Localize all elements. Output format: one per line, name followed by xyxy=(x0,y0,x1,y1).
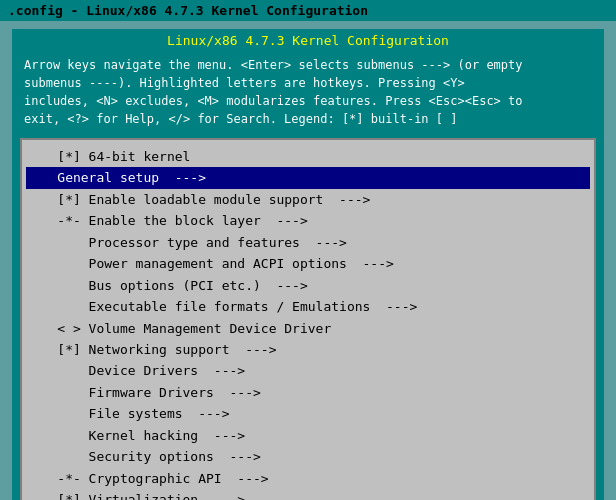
menu-item[interactable]: -*- Cryptographic API ---> xyxy=(26,468,590,489)
menu-item[interactable]: [*] Networking support ---> xyxy=(26,339,590,360)
menu-item[interactable]: -*- Enable the block layer ---> xyxy=(26,210,590,231)
info-line: Arrow keys navigate the menu. <Enter> se… xyxy=(24,56,592,74)
menu-item[interactable]: < > Volume Management Device Driver xyxy=(26,318,590,339)
menu-item[interactable]: Bus options (PCI etc.) ---> xyxy=(26,275,590,296)
title-bar: .config - Linux/x86 4.7.3 Kernel Configu… xyxy=(0,0,616,21)
menu-item[interactable]: [*] Virtualization ---> xyxy=(26,489,590,500)
info-line: submenus ----). Highlighted letters are … xyxy=(24,74,592,92)
menu-item[interactable]: Security options ---> xyxy=(26,446,590,467)
menu-item[interactable]: Device Drivers ---> xyxy=(26,360,590,381)
menu-item[interactable]: General setup ---> xyxy=(26,167,590,188)
info-line: includes, <N> excludes, <M> modularizes … xyxy=(24,92,592,110)
info-line: exit, <?> for Help, </> for Search. Lege… xyxy=(24,110,592,128)
menu-item[interactable]: [*] 64-bit kernel xyxy=(26,146,590,167)
menu-item[interactable]: File systems ---> xyxy=(26,403,590,424)
menu-item[interactable]: Executable file formats / Emulations ---… xyxy=(26,296,590,317)
title-bar-label: .config - Linux/x86 4.7.3 Kernel Configu… xyxy=(8,3,368,18)
menu-area: [*] 64-bit kernel General setup ---> [*]… xyxy=(20,138,596,500)
menu-item[interactable]: [*] Enable loadable module support ---> xyxy=(26,189,590,210)
menu-item[interactable]: Kernel hacking ---> xyxy=(26,425,590,446)
menu-item[interactable]: Processor type and features ---> xyxy=(26,232,590,253)
menu-item[interactable]: Power management and ACPI options ---> xyxy=(26,253,590,274)
window-title: Linux/x86 4.7.3 Kernel Configuration xyxy=(12,29,604,50)
menu-item[interactable]: Firmware Drivers ---> xyxy=(26,382,590,403)
main-window: Linux/x86 4.7.3 Kernel Configuration Arr… xyxy=(10,27,606,500)
info-box: Arrow keys navigate the menu. <Enter> se… xyxy=(20,54,596,130)
